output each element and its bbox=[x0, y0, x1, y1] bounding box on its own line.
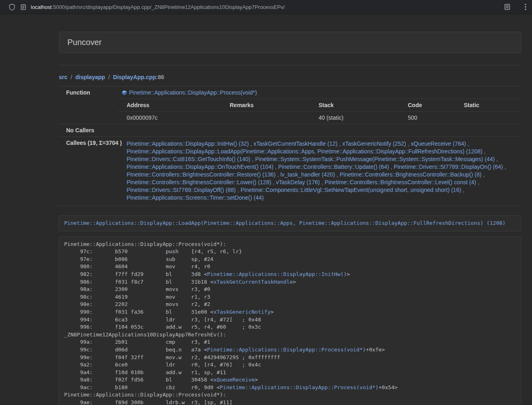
callees-row: Callees (19, Σ=3704 ) Pinetime::Applicat… bbox=[59, 136, 521, 206]
disassembly-symbol-link[interactable]: xTaskGenericNotify bbox=[213, 309, 271, 315]
callee-separator: , bbox=[338, 140, 342, 147]
callee-link[interactable]: Pinetime::Applications::DisplayApp::Load… bbox=[127, 148, 482, 155]
highlighted-symbol-link[interactable]: Pinetime::Applications::DisplayApp::Load… bbox=[64, 220, 506, 226]
breadcrumb-link[interactable]: DisplayApp.cpp: bbox=[113, 74, 158, 80]
page-icon bbox=[21, 4, 26, 10]
callees-list: Pinetime::Applications::DisplayApp::Init… bbox=[118, 136, 521, 206]
metrics-column-header: Remarks bbox=[230, 99, 319, 111]
metrics-column-header: Static bbox=[464, 99, 521, 111]
callee-link[interactable]: lv_task_handler (420) bbox=[280, 171, 335, 178]
breadcrumb-link[interactable]: displayapp bbox=[75, 74, 105, 80]
metrics-value: 0x0000097c bbox=[122, 112, 230, 124]
metrics-value-row-wrap: 0x0000097c40 (static)500 bbox=[59, 111, 521, 124]
callee-separator: , bbox=[249, 140, 254, 147]
metrics-column-header: Code bbox=[408, 99, 464, 111]
callee-link[interactable]: Pinetime::Controllers::BrightnessControl… bbox=[340, 171, 481, 178]
callee-separator: , bbox=[250, 156, 255, 162]
metrics-column-header: Address bbox=[122, 99, 230, 111]
callee-separator: , bbox=[476, 179, 479, 185]
callee-separator: , bbox=[482, 148, 486, 155]
callee-separator: , bbox=[271, 179, 276, 185]
callee-separator: , bbox=[406, 140, 411, 147]
callee-separator: , bbox=[495, 156, 498, 162]
metrics-header-row-wrap: AddressRemarksStackCodeStatic bbox=[59, 99, 521, 111]
callee-link[interactable]: Pinetime::Controllers::BrightnessControl… bbox=[127, 179, 271, 185]
callee-link[interactable]: vTaskDelay (176) bbox=[276, 179, 320, 185]
callee-link[interactable]: Pinetime::Applications::Screens::Timer::… bbox=[127, 194, 264, 201]
disassembly-symbol-link[interactable]: xQueueReceive bbox=[213, 377, 255, 383]
callee-link[interactable]: Pinetime::Components::LittleVgl::SetNewT… bbox=[241, 187, 461, 193]
metrics-value bbox=[230, 112, 319, 124]
function-table: Function Pinetime::Applications::Display… bbox=[59, 86, 521, 206]
callee-link[interactable]: Pinetime::Controllers::BrightnessControl… bbox=[325, 179, 476, 185]
callee-separator: , bbox=[461, 187, 465, 193]
disassembly-pre: Pinetime::Applications::DisplayApp::Proc… bbox=[59, 237, 521, 405]
callee-link[interactable]: Pinetime::Controllers::BrightnessControl… bbox=[127, 171, 276, 178]
url-bar[interactable]: localhost:5000/path/src/displayapp/Displ… bbox=[31, 4, 285, 10]
callee-separator: , bbox=[335, 171, 340, 178]
function-name-link[interactable]: Pinetime::Applications::DisplayApp::Proc… bbox=[129, 89, 257, 96]
metrics-header-row: AddressRemarksStackCodeStatic bbox=[122, 99, 521, 111]
empty-cell bbox=[59, 111, 118, 124]
callee-link[interactable]: Pinetime::System::SystemTask::PushMessag… bbox=[255, 156, 495, 162]
function-label: Function bbox=[59, 86, 118, 99]
url-path: :5000/path/src/displayapp/DisplayApp.cpp… bbox=[52, 4, 285, 10]
metrics-column-header: Stack bbox=[319, 99, 408, 111]
divider bbox=[59, 65, 521, 65]
callee-separator: , bbox=[276, 171, 280, 178]
metrics-value bbox=[464, 112, 521, 124]
reader-mode-icon[interactable] bbox=[504, 4, 510, 10]
highlighted-symbol-box: Pinetime::Applications::DisplayApp::Load… bbox=[59, 215, 521, 231]
no-callers-label: No Callers bbox=[59, 124, 118, 136]
callee-link[interactable]: Pinetime::Controllers::Battery::Update()… bbox=[278, 164, 389, 170]
metrics-value: 40 (static) bbox=[319, 112, 408, 124]
callee-separator: , bbox=[503, 164, 506, 170]
callee-separator: , bbox=[274, 164, 278, 170]
callee-link[interactable]: xQueueReceive (764) bbox=[411, 140, 466, 147]
function-icon bbox=[122, 90, 127, 95]
function-row: Function Pinetime::Applications::Display… bbox=[59, 86, 521, 99]
breadcrumb-separator: / bbox=[67, 74, 75, 80]
shield-icon[interactable] bbox=[9, 4, 15, 11]
callee-link[interactable]: Pinetime::Applications::DisplayApp::OnTo… bbox=[127, 164, 274, 170]
page-container: Puncover src / displayapp / DisplayApp.c… bbox=[59, 32, 521, 405]
empty-cell bbox=[59, 99, 118, 111]
metrics-value-row: 0x0000097c40 (static)500 bbox=[122, 112, 521, 124]
callee-link[interactable]: xTaskGetCurrentTaskHandle (12) bbox=[254, 140, 338, 147]
no-callers-row: No Callers bbox=[59, 124, 521, 136]
disassembly-symbol-link[interactable]: Pinetime::Applications::DisplayApp::Init… bbox=[207, 271, 347, 277]
breadcrumb-link[interactable]: src bbox=[59, 74, 67, 80]
breadcrumb-line-number: 86 bbox=[158, 74, 164, 80]
callee-separator: , bbox=[482, 171, 485, 178]
url-host: localhost bbox=[31, 4, 52, 10]
menu-dots-icon[interactable] bbox=[525, 4, 526, 10]
callee-link[interactable]: Pinetime::Applications::DisplayApp::Init… bbox=[127, 140, 249, 147]
callee-link[interactable]: Pinetime::Drivers::St7789::DisplayOn() (… bbox=[394, 164, 503, 170]
browser-topbar: localhost:5000/path/src/displayapp/Displ… bbox=[0, 0, 532, 14]
callee-link[interactable]: xTaskGenericNotify (252) bbox=[342, 140, 406, 147]
callees-label: Callees (19, Σ=3704 ) bbox=[59, 136, 118, 206]
disassembly-symbol-link[interactable]: xTaskGetCurrentTaskHandle bbox=[213, 279, 293, 285]
callee-link[interactable]: Pinetime::Drivers::St7789::DisplayOff() … bbox=[127, 187, 236, 193]
page-title-box: Puncover bbox=[59, 32, 521, 53]
callee-separator: , bbox=[320, 179, 325, 185]
disassembly-symbol-link[interactable]: Pinetime::Applications::DisplayApp::Proc… bbox=[207, 347, 366, 353]
disassembly-symbol-link[interactable]: Pinetime::Applications::DisplayApp::Proc… bbox=[220, 384, 379, 390]
breadcrumb: src / displayapp / DisplayApp.cpp:86 bbox=[59, 74, 521, 80]
breadcrumb-separator: / bbox=[105, 74, 113, 80]
callee-separator: , bbox=[236, 187, 241, 193]
callee-separator: , bbox=[389, 164, 394, 170]
callee-link[interactable]: Pinetime::Drivers::Cst816S::GetTouchInfo… bbox=[127, 156, 250, 162]
metrics-value: 500 bbox=[408, 112, 464, 124]
callee-separator: , bbox=[466, 140, 469, 147]
page-title: Puncover bbox=[67, 38, 102, 47]
